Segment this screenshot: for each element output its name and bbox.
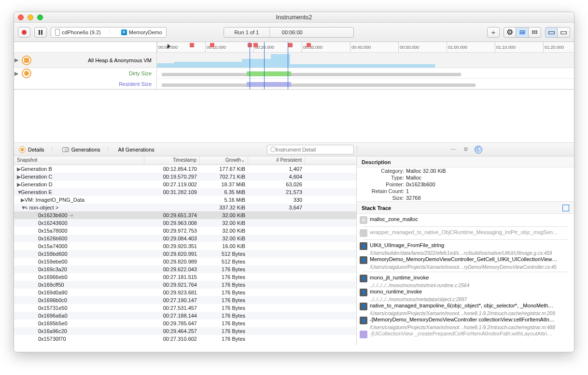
frame-icon: 👤 [360,275,367,282]
ruler-tick: 00:50.000 [398,42,419,52]
track-resident[interactable] [157,79,574,89]
vm-icon [22,69,31,78]
ruler-tick: 00:00.000 [157,42,178,52]
search-input[interactable] [267,145,354,154]
panel-left-button[interactable]: ▭ [545,27,558,38]
target-selector[interactable]: cdPhone6s (9.2) 〉 XMemoryDemo [51,27,167,38]
table-row[interactable]: 0x1696b0c000:27.190.147176 Bytes [14,296,356,304]
timeline: ▶ All Heap & Anonymous VM ▶ Dirty Size R… [14,42,574,90]
col-growth[interactable]: Growth⌄ [200,156,248,165]
minimize-window[interactable] [28,14,33,20]
frame-icon: 👤 [360,303,367,310]
ruler-tick: 01:00.000 [447,42,467,52]
track-dirty[interactable] [157,68,574,79]
search-icon [270,147,276,152]
flag-icon[interactable] [307,43,311,47]
table-row[interactable]: 0x169d0a9000:29.923.681176 Bytes [14,289,356,296]
table-row[interactable]: 0x16a96c2000:29.464.257176 Bytes [14,327,356,335]
table-row[interactable]: 0x1695b5e000:29.785.647176 Bytes [14,319,356,327]
flag-icon[interactable] [210,43,214,47]
table-row[interactable]: 0x16966eb000:27.181.515176 Bytes [14,273,356,281]
allocations-icon [22,56,31,65]
zoom-window[interactable] [37,14,43,20]
view-list-button[interactable] [516,27,529,38]
window-title: Instruments2 [14,14,574,21]
disclosure-icon[interactable]: ▶ [14,70,19,77]
table-row[interactable]: 0x169c3a2000:29.622.043176 Bytes [14,265,356,273]
panel-right-button[interactable]: ▭ [558,27,570,38]
table-row[interactable]: 0x15a7400000:29.920.35116.00 KiB [14,242,356,250]
flag-icon[interactable] [190,43,194,47]
table-row[interactable]: ▶VM: ImageIO_PNG_Data5.16 MiB330 [14,196,356,204]
time-ruler[interactable]: 00:00.00000:10.00000:20.00000:30.00000:4… [157,42,574,53]
frame-icon [360,229,367,237]
snapshot-table: Snapshot Timestamp Growth⌄ # Persistent … [14,156,357,346]
close-window[interactable] [18,14,24,20]
stack-frame[interactable]: -[UICollectionView _createPreparedCellFo… [360,330,571,339]
disclosure-icon[interactable]: ▼ [21,205,25,210]
gear-icon[interactable]: ⚙ [462,146,470,153]
details-crumb[interactable]: Details [14,146,49,153]
time-selection[interactable] [250,42,288,89]
disclosure-icon[interactable]: ▶ [17,181,21,188]
table-row[interactable]: ▼< non-object >337.32 KiB3,647 [14,204,356,211]
add-button[interactable]: + [487,27,500,38]
disclosure-icon[interactable]: ▶ [14,57,19,63]
stack-frame[interactable]: 👤native_to_managed_trampoline_6(objc_obj… [360,302,571,311]
record-button[interactable] [18,27,30,38]
frame-icon: ⚙ [360,216,367,224]
stacktrace-header: Stack Trace [362,205,391,211]
table-row[interactable]: 0x15731e5000:27.531.457176 Bytes [14,304,356,312]
table-row[interactable]: 0x1626b60000:29.084.40332.00 KiB [14,235,356,242]
table-row[interactable]: ▼Generation E00:31.282.1096.35 MiB21,573 [14,188,356,196]
flag-icon[interactable] [288,43,293,47]
table-row[interactable]: ▶Generation C00:19.570.297702.71 KiB4,60… [14,173,356,181]
table-row[interactable]: 0x1623b600 ➜00:29.651.37432.00 KiB [14,211,356,219]
description-header: Description [357,156,574,167]
camera-icon [62,147,69,152]
disclosure-icon[interactable]: ▼ [17,189,21,195]
strategy-button[interactable]: ⚙ [504,27,516,38]
stack-frame[interactable]: ⚙malloc_zone_malloc [360,216,571,224]
frame-icon [360,331,367,338]
disclosure-icon[interactable]: ▶ [21,197,25,203]
table-row[interactable]: 0x15a7800000:29.972.75332.00 KiB [14,227,356,235]
disclosure-icon[interactable]: ▶ [17,166,21,172]
pause-button[interactable] [34,27,47,38]
ruler-tick: 01:20.000 [543,42,564,52]
col-timestamp[interactable]: Timestamp [144,156,200,165]
col-snapshot[interactable]: Snapshot [14,156,144,165]
device-icon [55,29,60,36]
table-row[interactable]: 0x159ebe0000:29.820.989512 Bytes [14,258,356,265]
frame-icon: 👤 [360,289,367,296]
generations-crumb[interactable]: Generations [57,147,105,153]
ruler-tick: 00:40.000 [350,42,371,52]
extended-detail-icon[interactable]: Ⓔ [475,146,482,153]
table-row[interactable]: ▶Generation B00:12.854.170177.67 KiB1,40… [14,165,356,173]
table-row[interactable]: ▶Generation D00:27.119.00218.37 MiB63,02… [14,181,356,188]
stack-frame[interactable]: 👤-[MemoryDemo_MemoryDemoViewController c… [360,316,571,325]
table-row[interactable]: 0x169cff5000:29.921.764176 Bytes [14,281,356,289]
stack-frame[interactable]: 👤mono_jit_runtime_invoke [360,274,571,283]
run-status[interactable]: Run 1 of 1 00:06:00 [224,27,354,38]
table-row[interactable]: 0x159bd60000:29.820.991512 Bytes [14,250,356,258]
view-grid-button[interactable] [529,27,541,38]
table-row[interactable]: 0x1624360000:29.963.00832.00 KiB [14,219,356,227]
disclosure-icon[interactable]: ▶ [17,174,21,180]
table-row[interactable]: 0x15730f7000:27.310.602176 Bytes [14,335,356,343]
track-heap[interactable] [157,53,574,68]
all-generations-crumb[interactable]: All Generations [113,147,159,153]
ruler-tick: 01:10.000 [495,42,516,52]
overview-icon[interactable] [562,205,569,211]
col-persistent[interactable]: # Persistent [248,156,305,165]
stack-frame[interactable]: wrapper_managed_to_native_ObjCRuntime_Me… [360,229,571,237]
stack-frame[interactable]: 👤MemoryDemo_MemoryDemoViewController_Get… [360,256,571,264]
table-row[interactable]: 0x1696a6a000:27.188.144176 Bytes [14,312,356,319]
stack-frame[interactable]: 👤mono_runtime_invoke [360,288,571,297]
detail-toolbar: Details 〉 Generations 〉 All Generations … [14,143,574,156]
frame-icon: 👤 [360,242,367,250]
frame-icon: 👤 [360,256,367,264]
stack-frame[interactable]: 👤UIKit_UIImage_FromFile_string [360,242,571,250]
app-icon: X [121,29,127,35]
wave-icon[interactable]: 〰 [449,146,457,153]
